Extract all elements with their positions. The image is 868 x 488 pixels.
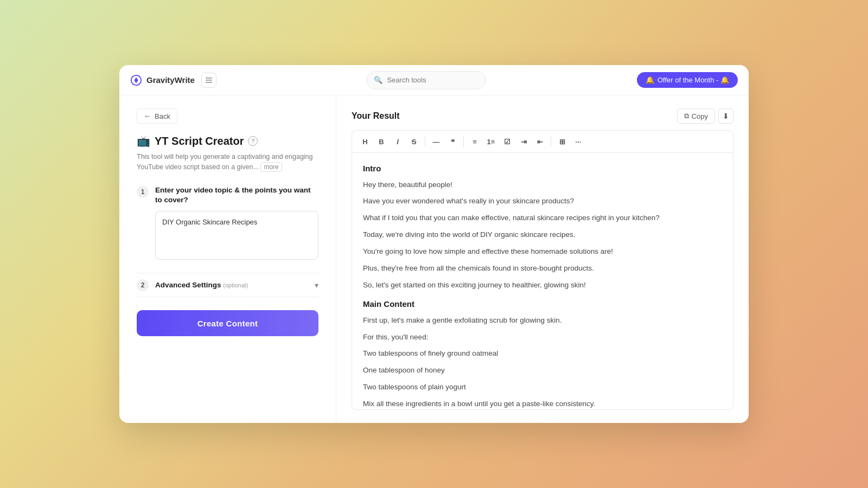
advanced-settings-section[interactable]: 2 Advanced Settings (optional) ▾ (137, 273, 318, 297)
download-icon: ⬇ (723, 112, 729, 120)
search-icon: 🔍 (374, 76, 382, 84)
intro-line-7: So, let's get started on this exciting j… (363, 279, 722, 292)
toolbar-quote-button[interactable]: ❝ (445, 134, 460, 149)
step1-textarea[interactable]: DIY Organic Skincare Recipes (155, 211, 318, 260)
toolbar-ul-button[interactable]: ≡ (467, 134, 482, 149)
toolbar-strikethrough-button[interactable]: S (406, 134, 422, 149)
result-actions: ⧉ Copy ⬇ (677, 108, 733, 124)
main-line-5: Two tablespoons of plain yogurt (363, 381, 722, 394)
offer-label: Offer of the Month - 🔔 (658, 76, 729, 84)
copy-icon: ⧉ (684, 112, 689, 120)
heading-icon: H (362, 138, 367, 146)
main-line-6: Mix all these ingredients in a bowl unti… (363, 398, 722, 410)
toolbar-indent-button[interactable]: ⇥ (516, 134, 531, 149)
toolbar-checklist-button[interactable]: ☑ (500, 134, 515, 149)
editor-content[interactable]: Intro Hey there, beautiful people! Have … (352, 153, 733, 410)
intro-line-4: Today, we're diving into the world of DI… (363, 229, 722, 241)
intro-line-6: Plus, they're free from all the chemical… (363, 262, 722, 275)
intro-line-5: You're going to love how simple and effe… (363, 246, 722, 258)
tool-title-text: YT Script Creator (155, 135, 244, 147)
main-window: GravityWrite 🔍 🔔 Offer of the Month - 🔔 (119, 65, 749, 423)
ul-icon: ≡ (473, 138, 477, 146)
step1-title: Enter your video topic & the points you … (155, 185, 318, 206)
main-heading: Main Content (363, 297, 722, 311)
more-link[interactable]: more (260, 162, 282, 172)
result-header: Your Result ⧉ Copy ⬇ (352, 108, 733, 124)
search-bar: 🔍 (367, 71, 486, 89)
main-line-4: One tablespoon of honey (363, 364, 722, 377)
toolbar-heading-button[interactable]: H (358, 134, 373, 149)
back-arrow-icon: ← (144, 112, 151, 120)
toolbar-ol-button[interactable]: 1≡ (483, 134, 499, 149)
intro-line-3: What if I told you that you can make eff… (363, 212, 722, 224)
app-name: GravityWrite (146, 75, 195, 85)
toolbar-sep2 (463, 136, 464, 147)
result-title: Your Result (352, 111, 400, 121)
tool-title-container: 📺 YT Script Creator ? (137, 134, 318, 147)
advanced-title: Advanced Settings (optional) (155, 281, 308, 289)
nav-right: 🔔 Offer of the Month - 🔔 (637, 72, 738, 88)
main-line-3: Two tablespoons of finely ground oatmeal (363, 348, 722, 360)
step1-label: 1 Enter your video topic & the points yo… (137, 185, 318, 206)
sidebar-toggle-button[interactable] (201, 73, 216, 88)
offer-bell-icon: 🔔 (646, 76, 654, 84)
logo-area: GravityWrite (130, 74, 195, 86)
step1-container: 1 Enter your video topic & the points yo… (137, 185, 318, 262)
checklist-icon: ☑ (504, 138, 510, 146)
back-label: Back (155, 112, 170, 120)
toolbar-outdent-button[interactable]: ⇤ (532, 134, 547, 149)
nav-bar: GravityWrite 🔍 🔔 Offer of the Month - 🔔 (119, 65, 749, 95)
table-icon: ⊞ (559, 138, 565, 146)
italic-icon: I (397, 138, 399, 146)
copy-label: Copy (692, 112, 708, 120)
main-line-2: For this, you'll need: (363, 331, 722, 344)
toolbar-hr-button[interactable]: — (429, 134, 444, 149)
quote-icon: ❝ (451, 138, 455, 146)
advanced-title-text: Advanced Settings (155, 281, 221, 289)
right-panel: Your Result ⧉ Copy ⬇ H B (336, 95, 749, 423)
tool-description: This tool will help you generate a capti… (137, 152, 318, 172)
intro-line-1: Hey there, beautiful people! (363, 179, 722, 191)
chevron-down-icon: ▾ (315, 281, 318, 290)
optional-badge: (optional) (223, 282, 248, 288)
create-content-button[interactable]: Create Content (137, 310, 318, 336)
help-icon[interactable]: ? (248, 136, 258, 146)
main-line-1: First up, let's make a gentle exfoliatin… (363, 314, 722, 327)
toolbar-table-button[interactable]: ⊞ (554, 134, 570, 149)
outdent-icon: ⇤ (537, 138, 543, 146)
tool-description-text: This tool will help you generate a capti… (137, 153, 313, 171)
toolbar-sep1 (425, 136, 425, 147)
sidebar-toggle-icon (205, 76, 213, 84)
content-area: ← Back 📺 YT Script Creator ? This tool w… (119, 95, 749, 423)
ol-icon: 1≡ (487, 138, 495, 146)
left-panel: ← Back 📺 YT Script Creator ? This tool w… (119, 95, 336, 423)
svg-rect-2 (206, 80, 212, 81)
tool-title-emoji: 📺 (137, 134, 150, 147)
intro-heading: Intro (363, 162, 722, 176)
svg-rect-1 (206, 78, 212, 79)
toolbar-sep3 (551, 136, 551, 147)
back-button[interactable]: ← Back (137, 108, 177, 124)
copy-button[interactable]: ⧉ Copy (677, 108, 715, 124)
svg-rect-3 (206, 82, 212, 83)
toolbar-italic-button[interactable]: I (390, 134, 405, 149)
editor-toolbar: H B I S — ❝ ≡ (352, 130, 733, 153)
intro-line-2: Have you ever wondered what's really in … (363, 195, 722, 208)
nav-center: 🔍 (223, 71, 630, 89)
hr-icon: — (433, 138, 440, 146)
more-icon: ··· (576, 138, 582, 146)
indent-icon: ⇥ (521, 138, 527, 146)
toolbar-bold-button[interactable]: B (374, 134, 389, 149)
step2-number: 2 (137, 279, 149, 291)
strikethrough-icon: S (412, 138, 417, 146)
download-button[interactable]: ⬇ (718, 108, 733, 124)
offer-button[interactable]: 🔔 Offer of the Month - 🔔 (637, 72, 738, 88)
toolbar-more-button[interactable]: ··· (571, 134, 586, 149)
gravitywrite-logo-icon (130, 74, 142, 86)
step1-number: 1 (137, 186, 149, 198)
search-input[interactable] (387, 76, 479, 84)
bold-icon: B (379, 138, 384, 146)
